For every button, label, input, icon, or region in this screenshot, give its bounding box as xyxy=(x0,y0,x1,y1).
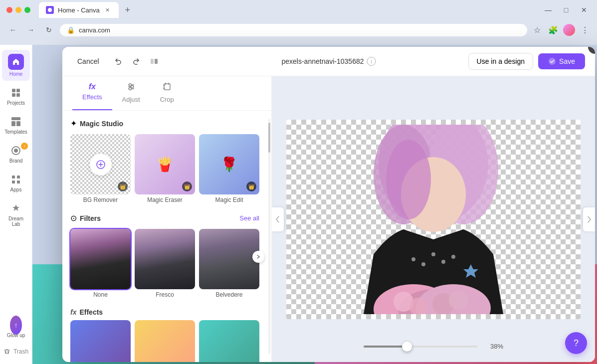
sidebar-item-home[interactable]: Home xyxy=(2,50,30,81)
bg-remover-item[interactable]: 👑 xyxy=(70,134,131,194)
magic-edit-item[interactable]: 🌹 👑 xyxy=(199,134,259,194)
maximize-window-icon[interactable] xyxy=(24,6,31,13)
right-collapse-btn[interactable] xyxy=(583,207,595,231)
bg-remover-icon xyxy=(95,159,106,170)
dream-lab-icon xyxy=(10,202,22,214)
modal-close-icon: ✕ xyxy=(592,47,595,51)
cancel-button[interactable]: Cancel xyxy=(72,54,104,68)
window-controls[interactable]: — □ ✕ xyxy=(541,3,591,17)
browser-chrome: Home - Canva ✕ + — □ ✕ ← → ↻ 🔒 canva.com… xyxy=(0,0,597,45)
sidebar-item-templates[interactable]: Templates xyxy=(2,112,30,139)
filter-fresco-preview xyxy=(135,229,195,289)
filter-next-arrow[interactable] xyxy=(252,251,264,263)
panel-scroll: ✦ Magic Studio xyxy=(62,111,271,362)
chevron-right-icon xyxy=(256,254,261,259)
sidebar-item-projects[interactable]: Projects xyxy=(2,83,30,110)
projects-icon xyxy=(10,87,22,99)
home-icon xyxy=(8,54,24,70)
sidebar-item-trash[interactable]: Trash xyxy=(0,344,32,359)
filter-belvedere-item[interactable] xyxy=(199,229,259,289)
effect-item-1[interactable] xyxy=(70,320,131,362)
minimize-btn[interactable]: — xyxy=(541,3,555,17)
svg-point-40 xyxy=(421,262,425,266)
info-icon[interactable]: i xyxy=(367,57,376,66)
scrollbar-thumb[interactable] xyxy=(268,123,270,153)
maximize-btn[interactable]: □ xyxy=(559,3,573,17)
svg-rect-20 xyxy=(155,59,158,64)
effects-tab-icon: fx xyxy=(89,82,96,91)
browser-tab-active[interactable]: Home - Canva ✕ xyxy=(39,2,119,18)
magic-eraser-item[interactable]: 🍟 👑 xyxy=(135,134,195,194)
magic-studio-title: Magic Studio xyxy=(80,120,123,128)
undo-btn[interactable] xyxy=(110,53,126,69)
svg-point-50 xyxy=(449,291,468,310)
use-in-design-btn[interactable]: Use in a design xyxy=(468,53,534,70)
extensions-icon[interactable]: 🧩 xyxy=(547,24,559,36)
effect-item-3[interactable] xyxy=(199,320,259,362)
forward-btn[interactable]: → xyxy=(24,23,38,37)
filter-belvedere-preview xyxy=(199,229,259,289)
sidebar-item-apps[interactable]: Apps xyxy=(2,170,30,196)
image-container xyxy=(286,120,581,319)
tab-close-btn[interactable]: ✕ xyxy=(104,6,112,14)
traffic-lights[interactable] xyxy=(6,6,31,13)
svg-point-21 xyxy=(549,58,556,65)
menu-icon[interactable]: ⋮ xyxy=(579,24,591,36)
new-tab-btn[interactable]: + xyxy=(121,3,135,17)
url-text[interactable]: canva.com xyxy=(79,26,110,34)
compare-btn[interactable] xyxy=(146,53,162,69)
refresh-btn[interactable]: ↻ xyxy=(42,23,56,37)
sidebar-item-dream-lab[interactable]: Dream Lab xyxy=(2,198,30,231)
bg-remover-crown-badge: 👑 xyxy=(118,182,128,191)
close-btn[interactable]: ✕ xyxy=(577,3,591,17)
help-btn[interactable]: ? xyxy=(565,332,587,354)
minimize-window-icon[interactable] xyxy=(15,6,22,13)
back-btn[interactable]: ← xyxy=(6,23,20,37)
tab-crop[interactable]: Crop xyxy=(150,76,184,110)
tab-effects[interactable]: fx Effects xyxy=(72,76,112,110)
image-overlay xyxy=(286,120,581,319)
filters-row: None Fresco xyxy=(70,229,259,298)
trash-label: Trash xyxy=(13,348,28,355)
address-bar[interactable]: 🔒 canva.com xyxy=(60,24,527,36)
title-bar: Home - Canva ✕ + — □ ✕ xyxy=(0,0,597,20)
apps-icon xyxy=(10,174,22,185)
left-panel: fx Effects Adjust xyxy=(62,76,272,362)
projects-label: Projects xyxy=(7,100,25,106)
filter-fresco-item[interactable] xyxy=(135,229,195,289)
compare-icon xyxy=(150,57,159,66)
sidebar-item-brand[interactable]: Brand ! xyxy=(2,141,30,168)
redo-btn[interactable] xyxy=(128,53,144,69)
effects-section-title: Effects xyxy=(79,308,103,316)
chevron-left-panel-icon xyxy=(275,214,280,224)
magic-studio-icon: ✦ xyxy=(70,119,77,128)
save-btn[interactable]: Save xyxy=(538,53,585,69)
sidebar-item-glow-up[interactable]: ↑ Glow up xyxy=(2,315,30,342)
magic-edit-crown-badge: 👑 xyxy=(246,182,256,191)
effect-item-2[interactable] xyxy=(135,320,195,362)
svg-rect-13 xyxy=(12,176,15,179)
profile-icon[interactable] xyxy=(563,24,575,36)
filter-none-item[interactable] xyxy=(70,229,131,289)
svg-point-0 xyxy=(6,7,12,13)
slider-value: 38% xyxy=(483,343,503,350)
tab-adjust[interactable]: Adjust xyxy=(112,76,150,110)
slider-thumb[interactable] xyxy=(402,342,412,352)
bookmark-icon[interactable]: ☆ xyxy=(531,24,543,36)
svg-point-43 xyxy=(451,255,455,259)
left-collapse-btn[interactable] xyxy=(272,207,284,231)
effects-section-icon: fx xyxy=(70,308,76,316)
slider-track[interactable] xyxy=(364,346,477,348)
magic-studio-section: ✦ Magic Studio xyxy=(70,119,259,128)
brand-icon xyxy=(10,145,22,157)
header-tools xyxy=(110,53,162,69)
magic-eraser-emoji: 🍟 xyxy=(156,156,174,173)
svg-point-1 xyxy=(15,7,21,13)
svg-rect-28 xyxy=(164,84,170,90)
svg-rect-4 xyxy=(12,89,15,92)
close-window-icon[interactable] xyxy=(6,6,13,13)
svg-rect-8 xyxy=(11,117,20,120)
effects-grid xyxy=(70,320,259,362)
magic-eraser-label: Magic Eraser xyxy=(135,196,195,203)
filters-see-all[interactable]: See all xyxy=(239,214,259,222)
